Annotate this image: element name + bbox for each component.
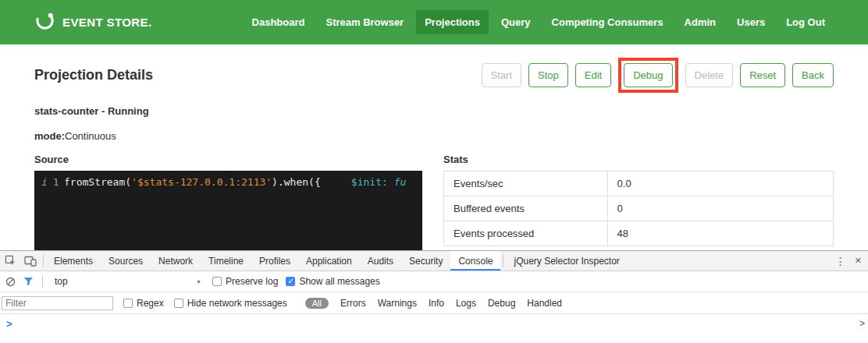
stat-value: 0.0 bbox=[607, 172, 833, 196]
reset-button[interactable]: Reset bbox=[740, 63, 785, 87]
projection-mode: mode:Continuous bbox=[34, 130, 834, 142]
level-debug[interactable]: Debug bbox=[488, 298, 515, 309]
tab-timeline[interactable]: Timeline bbox=[201, 251, 251, 271]
stat-name: Buffered events bbox=[444, 196, 608, 221]
hide-network-messages-label: Hide network messages bbox=[187, 298, 287, 309]
show-all-messages-checkbox[interactable]: Show all messages bbox=[286, 276, 379, 287]
start-button[interactable]: Start bbox=[482, 63, 521, 87]
nav-item-projections[interactable]: Projections bbox=[416, 10, 489, 34]
editor-gutter: i 1 bbox=[34, 175, 64, 190]
checkbox-unchecked-icon bbox=[123, 299, 133, 308]
console-output-area[interactable]: > > bbox=[0, 314, 868, 342]
device-toolbar-icon[interactable] bbox=[20, 251, 41, 271]
devtools-tabbar: Elements Sources Network Timeline Profil… bbox=[0, 251, 868, 271]
level-errors[interactable]: Errors bbox=[340, 298, 366, 309]
tab-security[interactable]: Security bbox=[401, 251, 450, 271]
source-label: Source bbox=[34, 154, 422, 165]
table-row: Buffered events 0 bbox=[444, 196, 834, 221]
stop-button[interactable]: Stop bbox=[528, 63, 568, 87]
preserve-log-checkbox[interactable]: Preserve log bbox=[212, 276, 278, 287]
brand-text: EVENT STORE. bbox=[62, 16, 152, 29]
nav-item-competing-consumers[interactable]: Competing Consumers bbox=[543, 10, 672, 34]
nav-item-users[interactable]: Users bbox=[728, 10, 774, 34]
log-level-filters: All Errors Warnings Info Logs Debug Hand… bbox=[305, 298, 562, 309]
console-prompt-icon[interactable]: > bbox=[6, 318, 12, 330]
level-info[interactable]: Info bbox=[429, 298, 444, 309]
code-token: ).when({ bbox=[272, 176, 351, 188]
tab-audits[interactable]: Audits bbox=[360, 251, 401, 271]
more-options-icon[interactable]: ⋮ bbox=[835, 255, 846, 267]
code-line: i 1 fromStream('$stats-127.0.0.1:2113').… bbox=[34, 175, 422, 190]
nav-item-admin[interactable]: Admin bbox=[676, 10, 724, 34]
edit-button[interactable]: Edit bbox=[575, 63, 611, 87]
table-row: Events processed 48 bbox=[444, 221, 834, 246]
nav-item-dashboard[interactable]: Dashboard bbox=[244, 10, 314, 34]
console-toolbar: top ▼ Preserve log Show all messages bbox=[0, 271, 868, 292]
page-body: Projection Details Start Stop Edit Debug… bbox=[0, 57, 868, 252]
main-nav: Dashboard Stream Browser Projections Que… bbox=[244, 10, 834, 34]
regex-checkbox[interactable]: Regex bbox=[123, 298, 164, 309]
hide-network-messages-checkbox[interactable]: Hide network messages bbox=[174, 298, 287, 309]
code-token bbox=[388, 176, 394, 188]
tab-elements[interactable]: Elements bbox=[46, 251, 101, 271]
code-token-atom: $init: bbox=[351, 176, 388, 188]
page-title: Projection Details bbox=[34, 67, 153, 83]
tab-sources[interactable]: Sources bbox=[101, 251, 151, 271]
level-warnings[interactable]: Warnings bbox=[378, 298, 417, 309]
close-icon[interactable]: ✕ bbox=[855, 256, 862, 266]
level-all[interactable]: All bbox=[305, 298, 329, 309]
back-button[interactable]: Back bbox=[792, 63, 834, 87]
show-all-messages-label: Show all messages bbox=[299, 276, 379, 287]
chevron-down-icon: ▼ bbox=[196, 279, 201, 285]
projection-status: stats-counter - Running bbox=[34, 105, 834, 117]
source-code-editor[interactable]: i 1 fromStream('$stats-127.0.0.1:2113').… bbox=[34, 171, 422, 252]
tab-console[interactable]: Console bbox=[450, 251, 500, 271]
stat-name: Events processed bbox=[444, 221, 608, 246]
filter-input[interactable] bbox=[2, 296, 113, 310]
filter-funnel-icon[interactable] bbox=[23, 277, 34, 286]
stats-table: Events/sec 0.0 Buffered events 0 Events … bbox=[443, 171, 834, 246]
checkbox-unchecked-icon bbox=[212, 277, 222, 286]
execution-context-value: top bbox=[55, 276, 68, 287]
tab-application[interactable]: Application bbox=[298, 251, 360, 271]
code-token-keyword: fu bbox=[394, 176, 407, 188]
delete-button[interactable]: Delete bbox=[685, 63, 734, 87]
code-content: fromStream('$stats-127.0.0.1:2113').when… bbox=[64, 175, 406, 190]
nav-item-logout[interactable]: Log Out bbox=[777, 10, 834, 34]
toolbar-divider bbox=[503, 254, 503, 267]
stats-label: Stats bbox=[443, 154, 834, 165]
mode-label: mode: bbox=[34, 130, 65, 142]
mode-value: Continuous bbox=[65, 130, 116, 142]
eventstore-logo-icon bbox=[34, 10, 55, 34]
line-number: 1 bbox=[53, 175, 59, 190]
inspect-element-icon[interactable] bbox=[0, 251, 20, 271]
detail-columns: Source i 1 fromStream('$stats-127.0.0.1:… bbox=[34, 154, 834, 252]
debug-highlight-box: Debug bbox=[618, 58, 678, 93]
source-column: Source i 1 fromStream('$stats-127.0.0.1:… bbox=[34, 154, 422, 252]
table-row: Events/sec 0.0 bbox=[444, 172, 834, 196]
app-header: EVENT STORE. Dashboard Stream Browser Pr… bbox=[0, 0, 868, 44]
overflow-chevron-icon[interactable]: > bbox=[859, 318, 865, 329]
level-logs[interactable]: Logs bbox=[456, 298, 476, 309]
stat-name: Events/sec bbox=[444, 172, 608, 196]
clear-console-icon[interactable] bbox=[5, 277, 16, 287]
tab-profiles[interactable]: Profiles bbox=[251, 251, 298, 271]
code-token-string: '$stats-127.0.0.1:2113' bbox=[131, 176, 272, 188]
nav-item-stream-browser[interactable]: Stream Browser bbox=[317, 10, 412, 34]
checkbox-unchecked-icon bbox=[174, 299, 183, 308]
stat-value: 48 bbox=[607, 221, 833, 246]
eventstore-logo[interactable]: EVENT STORE. bbox=[34, 10, 152, 34]
execution-context-select[interactable]: top ▼ bbox=[52, 274, 205, 288]
devtools-window-controls: ⋮ ✕ bbox=[829, 251, 868, 271]
stat-value: 0 bbox=[607, 196, 833, 221]
code-token: fromStream( bbox=[64, 176, 131, 188]
devtools-panel: Elements Sources Network Timeline Profil… bbox=[0, 250, 868, 343]
debug-button[interactable]: Debug bbox=[624, 63, 672, 87]
level-handled[interactable]: Handled bbox=[527, 298, 562, 309]
tab-jquery-selector-inspector[interactable]: jQuery Selector Inspector bbox=[506, 251, 627, 271]
action-buttons: Start Stop Edit Debug Delete Reset Back bbox=[482, 58, 834, 93]
toolbar-divider bbox=[42, 275, 43, 288]
stats-column: Stats Events/sec 0.0 Buffered events 0 E… bbox=[443, 154, 834, 252]
tab-network[interactable]: Network bbox=[151, 251, 201, 271]
nav-item-query[interactable]: Query bbox=[493, 10, 539, 34]
